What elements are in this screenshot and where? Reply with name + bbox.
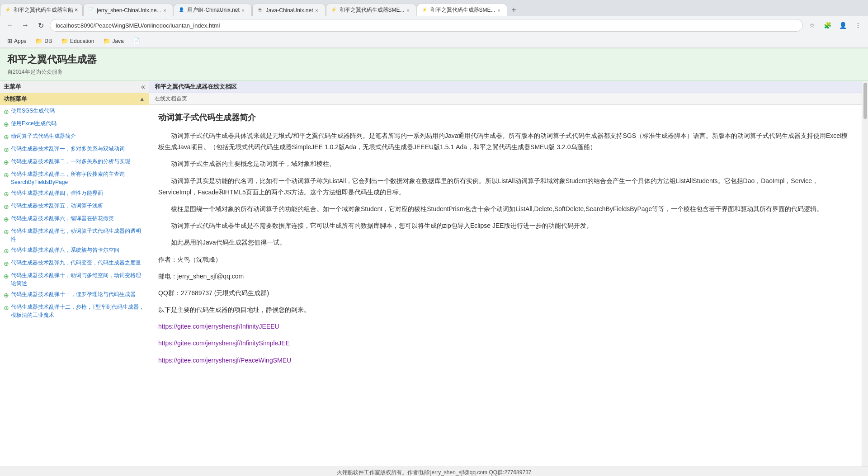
footer: 火翎船软件工作室版权所有。作者电邮:jerry_shen_sjf@qq.com … — [0, 467, 868, 476]
tab-2[interactable]: 📄 jerry_shen-ChinaUnix.ne... × — [83, 4, 173, 16]
sidebar-item-icon-5: ⊕ — [4, 170, 9, 180]
sidebar-item-label-4: 代码生成器技术乱弹二，一对多关系的分析与实现 — [11, 157, 130, 165]
db-folder-icon: 📁 — [35, 38, 42, 44]
tab-3[interactable]: 👤 用户组-ChinaUnix.net × — [174, 4, 251, 16]
profile-icon[interactable]: 👤 — [836, 19, 849, 32]
bookmark-education-label: Education — [70, 38, 94, 44]
article-title: 动词算子式代码生成器简介 — [158, 112, 853, 123]
page-wrapper: 和平之翼代码生成器 自2014年起为公众服务 主菜单 « 功能菜单 ▲ ⊕ 使用… — [0, 48, 868, 467]
sidebar-item-12[interactable]: ⊕ 代码生成器技术乱弹十，动词与多维空间，动词变格理论简述 — [0, 270, 149, 289]
paragraph-1: 动词算子式生成器的主要概念是动词算子，域对象和棱柱。 — [158, 158, 853, 170]
sidebar-item-icon-13: ⊕ — [4, 291, 9, 300]
address-bar[interactable]: localhost:8090/PeaceWingSMEU/onlinedoc/l… — [50, 19, 803, 32]
bookmark-star-icon[interactable]: ☆ — [806, 19, 818, 32]
sidebar-item-icon-4: ⊕ — [4, 158, 9, 167]
tab-close-6[interactable]: × — [495, 7, 503, 14]
scrollbar-thumb[interactable] — [863, 83, 867, 119]
paragraph-5: 如此易用的Java代码生成器您值得一试。 — [158, 237, 853, 248]
sidebar-toggle-button[interactable]: « — [141, 83, 145, 91]
sidebar-item-14[interactable]: ⊕ 代码生成器技术乱弹十二，步枪，T型车到代码生成器，模板法的工业魔术 — [0, 302, 149, 320]
sidebar-item-icon-1: ⊕ — [4, 120, 9, 129]
sidebar-item-10[interactable]: ⊕ 代码生成器技术乱弹八，系统族与笛卡尔空间 — [0, 245, 149, 257]
sidebar: 主菜单 « 功能菜单 ▲ ⊕ 使用SGS生成代码 ⊕ 使用Excel生成代码 ⊕… — [0, 81, 149, 467]
sidebar-item-13[interactable]: ⊕ 代码生成器技术乱弹十一，俚罗孕理论与代码生成器 — [0, 289, 149, 302]
bookmark-apps[interactable]: ⊞ Apps — [4, 37, 30, 45]
sidebar-item-icon-6: ⊕ — [4, 189, 9, 199]
sidebar-item-1[interactable]: ⊕ 使用Excel生成代码 — [0, 118, 149, 131]
link-1: https://gitee.com/jerryshensjf/InfinityS… — [158, 338, 853, 349]
sidebar-item-icon-2: ⊕ — [4, 132, 9, 142]
content-header-title: 和平之翼代码生成器在线文档区 — [155, 83, 237, 90]
scrollbar[interactable] — [862, 81, 868, 467]
sidebar-item-11[interactable]: ⊕ 代码生成器技术乱弹九，代码变变，代码生成器之度量 — [0, 257, 149, 270]
tab-label-1: 和平之翼代码生成器宝船 × — [14, 6, 78, 14]
tab-close-3[interactable]: × — [240, 7, 247, 14]
sidebar-item-9[interactable]: ⊕ 代码生成器技术乱弹七，动词算子式代码生成器的透明性 — [0, 226, 149, 245]
sidebar-item-8[interactable]: ⊕ 代码生成器技术乱弹六，编译器在拈花撒英 — [0, 213, 149, 226]
content-body: 动词算子式代码生成器简介 动词算子式代码生成器具体说来就是无垠式/和平之翼代码生… — [149, 105, 862, 467]
sidebar-section-toggle-button[interactable]: ▲ — [139, 95, 145, 103]
bookmark-doc[interactable]: 📄 — [129, 37, 144, 45]
sidebar-item-label-6: 代码生成器技术乱弹四，弹性万能界面 — [11, 189, 103, 197]
tab-favicon-6: ⚡ — [422, 7, 428, 14]
sidebar-item-7[interactable]: ⊕ 代码生成器技术乱弹五，动词算子浅析 — [0, 200, 149, 213]
tab-label-5: 和平之翼代码生成器SME... — [340, 6, 405, 14]
tab-4[interactable]: ☕ Java-ChinaUnix.net × — [252, 4, 326, 16]
link-2: https://gitee.com/jerryshensjf/PeaceWing… — [158, 355, 853, 366]
tab-favicon-1: ⚡ — [5, 7, 11, 14]
address-text: localhost:8090/PeaceWingSMEU/onlinedoc/l… — [56, 22, 220, 29]
sidebar-item-icon-10: ⊕ — [4, 246, 9, 256]
tab-1[interactable]: ⚡ 和平之翼代码生成器宝船 × — [0, 4, 83, 16]
tab-close-2[interactable]: × — [161, 7, 168, 14]
paragraph-2: 动词算子其实是功能的代名词，比如有一个动词算子称为ListAll，它会列出一个数… — [158, 175, 853, 198]
bookmark-db[interactable]: 📁 DB — [32, 37, 56, 45]
extensions-icon[interactable]: 🧩 — [821, 19, 834, 32]
forward-button[interactable]: → — [19, 19, 32, 32]
sidebar-section-title: 功能菜单 — [4, 95, 27, 103]
sidebar-item-label-8: 代码生成器技术乱弹六，编译器在拈花撒英 — [11, 214, 114, 222]
sidebar-item-icon-9: ⊕ — [4, 227, 9, 237]
sidebar-item-label-14: 代码生成器技术乱弹十二，步枪，T型车到代码生成器，模板法的工业魔术 — [11, 303, 145, 319]
email-line: 邮电：jerry_shen_sjf@qq.com — [158, 271, 853, 282]
paragraph-3: 棱柱是围绕一个域对象的所有动词算子的功能的组合。如一个域对象Student，它对… — [158, 203, 853, 215]
bookmark-apps-label: Apps — [14, 38, 26, 44]
new-tab-button[interactable]: + — [508, 4, 520, 16]
sidebar-item-2[interactable]: ⊕ 动词算子式代码生成器简介 — [0, 131, 149, 143]
back-button[interactable]: ← — [4, 19, 16, 32]
tab-bar: ⚡ 和平之翼代码生成器宝船 × 📄 jerry_shen-ChinaUnix.n… — [0, 0, 868, 16]
link-2-anchor[interactable]: https://gitee.com/jerryshensjf/PeaceWing… — [158, 357, 291, 364]
bookmark-java[interactable]: 📁 Java — [99, 37, 127, 45]
sidebar-item-6[interactable]: ⊕ 代码生成器技术乱弹四，弹性万能界面 — [0, 188, 149, 200]
reload-button[interactable]: ↻ — [34, 19, 47, 32]
qq-line: QQ群：277689737 (无垠式代码生成群) — [158, 287, 853, 299]
page-header: 和平之翼代码生成器 自2014年起为公众服务 — [0, 48, 868, 81]
content-header: 和平之翼代码生成器在线文档区 — [149, 81, 862, 93]
sidebar-item-icon-7: ⊕ — [4, 202, 9, 212]
sidebar-item-label-1: 使用Excel生成代码 — [11, 119, 57, 127]
address-bar-row: ← → ↻ localhost:8090/PeaceWingSMEU/onlin… — [0, 16, 868, 34]
tab-close-5[interactable]: × — [405, 7, 412, 14]
page-title: 和平之翼代码生成器 — [7, 53, 861, 66]
sidebar-menu: ⊕ 使用SGS生成代码 ⊕ 使用Excel生成代码 ⊕ 动词算子式代码生成器简介… — [0, 105, 149, 467]
link-1-anchor[interactable]: https://gitee.com/jerryshensjf/InfinityS… — [158, 339, 290, 347]
education-folder-icon: 📁 — [61, 38, 68, 44]
sidebar-item-4[interactable]: ⊕ 代码生成器技术乱弹二，一对多关系的分析与实现 — [0, 156, 149, 169]
sidebar-item-0[interactable]: ⊕ 使用SGS生成代码 — [0, 105, 149, 118]
sidebar-item-label-11: 代码生成器技术乱弹九，代码变变，代码生成器之度量 — [11, 259, 141, 267]
link-0-anchor[interactable]: https://gitee.com/jerryshensjf/InfinityJ… — [158, 323, 279, 330]
tab-label-4: Java-ChinaUnix.net — [266, 7, 313, 14]
tab-5[interactable]: ⚡ 和平之翼代码生成器SME... × — [326, 4, 416, 16]
links-intro: 以下是主要的代码生成器的项目地址，静候您的到来。 — [158, 304, 853, 316]
tab-close-4[interactable]: × — [313, 7, 321, 14]
paragraph-0: 动词算子式代码生成器具体说来就是无垠式/和平之翼代码生成器阵列。是笔者所写的一系… — [158, 130, 853, 153]
sidebar-item-5[interactable]: ⊕ 代码生成器技术乱弹三，所有字段搜索的主查询SearchByFieldsByP… — [0, 169, 149, 188]
sidebar-item-3[interactable]: ⊕ 代码生成器技术乱弹一，多对多关系与双域动词 — [0, 143, 149, 156]
sidebar-item-icon-14: ⊕ — [4, 303, 9, 313]
sidebar-item-label-0: 使用SGS生成代码 — [11, 107, 55, 115]
bookmark-education[interactable]: 📁 Education — [57, 37, 98, 45]
apps-grid-icon: ⊞ — [7, 38, 12, 44]
menu-icon[interactable]: ⋮ — [852, 19, 864, 32]
sidebar-item-label-3: 代码生成器技术乱弹一，多对多关系与双域动词 — [11, 145, 125, 153]
tab-6[interactable]: ⚡ 和平之翼代码生成器SME... × — [417, 4, 507, 16]
sidebar-header-title: 主菜单 — [4, 83, 21, 91]
